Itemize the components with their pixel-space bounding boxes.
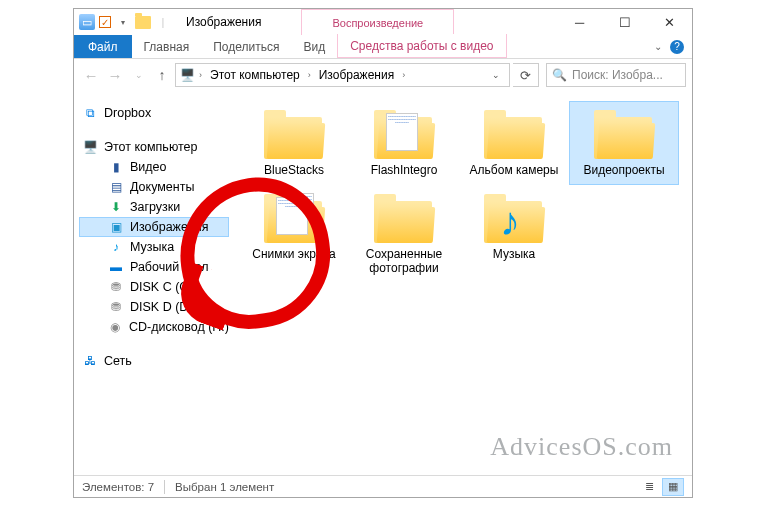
folder-item[interactable]: ♪Музыка [459,185,569,283]
title-separator: | [155,14,171,30]
explorer-window: ▭ ✓ ▾ | Изображения Воспроизведение ─ ☐ … [73,8,693,498]
ribbon-expand-icon[interactable]: ⌄ [654,41,662,52]
pictures-icon: ▣ [108,219,124,235]
folder-item[interactable]: Сохраненные фотографии [349,185,459,283]
forward-button[interactable]: → [104,64,126,86]
status-bar: Элементов: 7 Выбран 1 элемент ≣ ▦ [74,475,692,497]
status-separator [164,480,165,494]
close-button[interactable]: ✕ [647,9,692,35]
folder-label: Альбом камеры [470,163,559,177]
video-icon: ▮ [108,159,124,175]
maximize-button[interactable]: ☐ [602,9,647,35]
nav-documents[interactable]: ▤Документы [80,177,229,197]
nav-pictures[interactable]: ▣Изображения [79,217,229,237]
disk-icon: ⛃ [108,279,124,295]
document-icon: ▤ [108,179,124,195]
folder-icon [135,14,151,30]
window-controls: ─ ☐ ✕ [557,9,692,35]
ribbon-tabs: Файл Главная Поделиться Вид Средства раб… [74,35,692,59]
nav-this-pc[interactable]: 🖥️Этот компьютер [80,137,229,157]
folder-icon [592,107,656,159]
properties-icon[interactable]: ▭ [79,14,95,30]
tab-video-tools[interactable]: Средства работы с видео [337,34,506,58]
chevron-right-icon[interactable]: › [306,70,313,80]
music-icon: ♪ [108,239,124,255]
folder-icon [482,107,546,159]
refresh-button[interactable]: ⟳ [513,63,539,87]
folder-item[interactable]: FlashIntegro [349,101,459,185]
qat-dropdown-icon[interactable]: ▾ [115,14,131,30]
network-icon: 🖧 [82,353,98,369]
folder-icon: ♪ [482,191,546,243]
nav-downloads[interactable]: ⬇Загрузки [80,197,229,217]
icons-view-button[interactable]: ▦ [662,478,684,496]
chevron-right-icon[interactable]: › [400,70,407,80]
window-title: Изображения [176,9,271,35]
folder-item[interactable]: BlueStacks [239,101,349,185]
download-icon: ⬇ [108,199,124,215]
quick-access-toolbar: ▭ ✓ ▾ | [74,9,176,35]
pc-icon: 🖥️ [82,139,98,155]
folder-label: FlashIntegro [371,163,438,177]
desktop-icon: ▬ [108,259,124,275]
up-button[interactable]: ↑ [152,65,172,85]
minimize-button[interactable]: ─ [557,9,602,35]
address-bar[interactable]: 🖥️ › Этот компьютер › Изображения › ⌄ [175,63,510,87]
folder-label: Видеопроекты [583,163,664,177]
folder-item[interactable]: Снимки экрана [239,185,349,283]
tab-share[interactable]: Поделиться [201,35,291,58]
nav-disk-d[interactable]: ⛃DISK D (D:) [80,297,229,317]
folder-label: Сохраненные фотографии [353,247,455,275]
folder-icon [262,191,326,243]
status-selected: Выбран 1 элемент [175,481,274,493]
folder-item[interactable]: Альбом камеры [459,101,569,185]
details-view-button[interactable]: ≣ [638,478,660,496]
breadcrumb-current[interactable]: Изображения [315,68,398,82]
tab-home[interactable]: Главная [132,35,202,58]
folder-icon [372,107,436,159]
title-bar: ▭ ✓ ▾ | Изображения Воспроизведение ─ ☐ … [74,9,692,35]
cd-icon: ◉ [108,319,123,335]
folder-label: Музыка [493,247,535,261]
help-icon[interactable]: ? [670,40,684,54]
folder-label: Снимки экрана [252,247,336,261]
status-count: Элементов: 7 [82,481,154,493]
folder-icon [262,107,326,159]
search-input[interactable]: 🔍 Поиск: Изобра... [546,63,686,87]
music-note-icon: ♪ [500,199,520,244]
content-pane[interactable]: BlueStacksFlashIntegroАльбом камерыВидео… [229,91,692,475]
nav-dropbox[interactable]: ⧉Dropbox [80,103,229,123]
navigation-bar: ← → ⌄ ↑ 🖥️ › Этот компьютер › Изображени… [74,59,692,91]
address-dropdown-icon[interactable]: ⌄ [486,70,506,80]
nav-cd-drive[interactable]: ◉CD-дисковод (H:) [80,317,229,337]
folder-label: BlueStacks [264,163,324,177]
contextual-tab-header[interactable]: Воспроизведение [301,9,454,35]
tab-file[interactable]: Файл [74,35,132,58]
tab-view[interactable]: Вид [291,35,337,58]
back-button[interactable]: ← [80,64,102,86]
search-placeholder: Поиск: Изобра... [572,68,663,82]
chevron-right-icon[interactable]: › [197,70,204,80]
navigation-pane: ⧉Dropbox 🖥️Этот компьютер ▮Видео ▤Докуме… [74,91,229,475]
nav-disk-c[interactable]: ⛃DISK C (C:) [80,277,229,297]
pc-icon: 🖥️ [179,67,195,83]
breadcrumb-root[interactable]: Этот компьютер [206,68,304,82]
dropbox-icon: ⧉ [82,105,98,121]
folder-icon [372,191,436,243]
nav-videos[interactable]: ▮Видео [80,157,229,177]
nav-music[interactable]: ♪Музыка [80,237,229,257]
checkbox-icon[interactable]: ✓ [99,16,111,28]
nav-network[interactable]: 🖧Сеть [80,351,229,371]
nav-desktop[interactable]: ▬Рабочий стол [80,257,229,277]
history-dropdown-icon[interactable]: ⌄ [128,64,150,86]
disk-icon: ⛃ [108,299,124,315]
search-icon: 🔍 [552,68,567,82]
folder-item[interactable]: Видеопроекты [569,101,679,185]
